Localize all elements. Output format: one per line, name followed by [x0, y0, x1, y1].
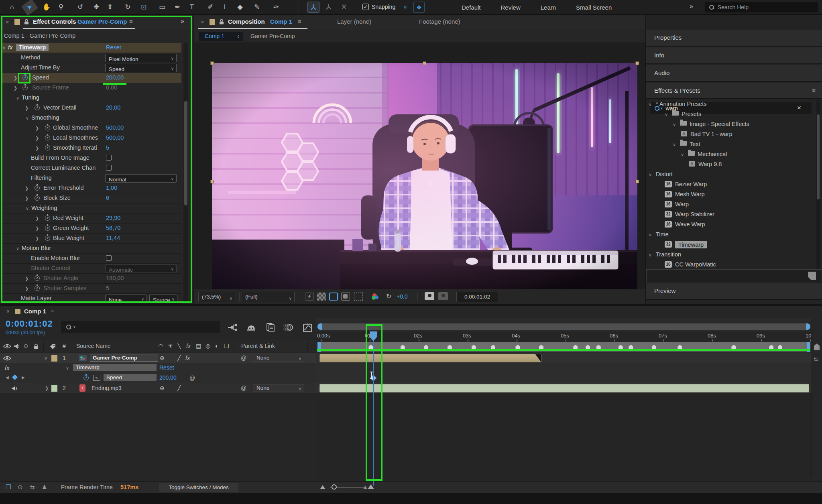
collapse-transformations-icon[interactable]: ⊕ — [160, 355, 165, 361]
circle-dot-icon[interactable]: ⊙ — [18, 484, 23, 491]
effect-property-row[interactable]: ❯Shutter Samples5 — [1, 284, 181, 294]
twirl-arrow-icon[interactable]: ❯ — [14, 85, 17, 91]
twirl-arrow-icon[interactable]: ❯ — [35, 126, 39, 131]
workspace-tab-default[interactable]: Default — [462, 4, 481, 11]
effect-row-timewarp[interactable]: fx ∨ Timewarp Reset — [0, 363, 316, 373]
stopwatch-icon[interactable] — [45, 125, 50, 130]
channel-icon[interactable] — [371, 293, 380, 301]
composition-mini-flowchart-icon[interactable] — [227, 323, 238, 331]
keyframe-summary-marker[interactable] — [731, 345, 736, 350]
rotation-tool-icon[interactable]: ↻ — [121, 2, 134, 13]
region-of-interest-icon[interactable] — [329, 293, 338, 301]
motion-blur-icon[interactable] — [283, 323, 294, 331]
parent-link-column-header[interactable]: Parent & Link — [241, 343, 275, 349]
preset-tree-item[interactable]: 16Bezier Warp — [646, 180, 822, 190]
breadcrumb-back-icon[interactable]: ‹ — [237, 33, 239, 39]
property-value[interactable]: 6 — [106, 195, 109, 201]
property-value[interactable]: 29,90 — [106, 215, 120, 221]
keyframe-summary-marker[interactable] — [448, 345, 452, 350]
collapse-arrow-icon[interactable]: ∨ — [44, 356, 47, 361]
keyframe-summary-marker[interactable] — [573, 345, 578, 350]
property-value[interactable]: 20,00 — [106, 104, 120, 111]
timeline-tab[interactable]: × Comp 1 ≡ — [0, 306, 316, 318]
switch-3d-icon[interactable]: ❑ — [224, 343, 229, 349]
hand-tool-icon[interactable]: ✋ — [40, 2, 53, 13]
preset-tree-item[interactable]: 16CC WarpoMatic — [646, 260, 822, 270]
mask-visibility-icon[interactable] — [341, 293, 350, 301]
switch-frame-blend-icon[interactable]: ▤ — [196, 343, 201, 349]
property-dropdown[interactable]: Pixel Motion∨ — [105, 54, 177, 62]
twirl-arrow-icon[interactable]: ❯ — [25, 196, 28, 201]
parent-pick-whip-icon[interactable]: @ — [241, 385, 246, 391]
stopwatch-icon[interactable] — [45, 135, 50, 140]
effect-property-row[interactable]: Build From One Image — [1, 153, 181, 163]
effect-property-row[interactable]: ❯Green Weight58,70 — [1, 224, 181, 234]
effect-property-row[interactable]: ❯Smoothing Iterati5 — [1, 143, 181, 153]
keyframe-summary-marker[interactable] — [678, 345, 682, 350]
stopwatch-icon[interactable] — [45, 145, 50, 150]
effect-property-row[interactable]: Correct Luminance Chan — [1, 163, 181, 173]
effect-property-row[interactable]: ❯Blue Weight11,44 — [1, 234, 181, 244]
panel-preview[interactable]: Preview — [646, 283, 822, 300]
layer-handle[interactable] — [635, 61, 639, 65]
effect-property-row[interactable]: ∨Motion Blur — [1, 244, 181, 254]
timeline-search-field[interactable]: ▾ — [61, 321, 220, 333]
keyframe-summary-marker[interactable] — [424, 345, 428, 350]
effect-property-row[interactable]: ∨Smoothing — [1, 113, 181, 123]
keyframe-summary-marker[interactable] — [619, 345, 623, 350]
effect-property-row[interactable]: ❯Source Frame0,00 — [1, 83, 181, 93]
video-column-eye-icon[interactable] — [3, 344, 11, 349]
twirl-arrow-icon[interactable]: ❯ — [14, 75, 17, 81]
quality-icon[interactable]: ╱ — [177, 385, 181, 391]
quality-icon[interactable]: ╱ — [177, 355, 181, 361]
lock-icon[interactable] — [219, 19, 224, 25]
keyframe-indicator-icon[interactable] — [12, 374, 18, 380]
effect-property-row[interactable]: ∨fxTimewarpReset — [1, 43, 181, 53]
snapshot-camera-icon[interactable] — [425, 292, 434, 300]
roto-brush-tool-icon[interactable]: ✎ — [250, 2, 263, 13]
twirl-arrow-icon[interactable]: ❯ — [25, 186, 28, 191]
twirl-arrow-icon[interactable]: ∨ — [16, 246, 19, 251]
close-icon[interactable]: × — [6, 308, 10, 315]
preset-tree-item[interactable]: ∨Time — [646, 230, 822, 240]
twirl-arrow-icon[interactable]: ❯ — [35, 216, 39, 221]
parent-pick-whip-icon[interactable]: @ — [241, 355, 246, 361]
graph-editor-icon[interactable] — [303, 323, 312, 332]
stopwatch-icon[interactable] — [45, 236, 50, 241]
expand-arrow-icon[interactable]: ❯ — [45, 386, 49, 391]
label-column-tag-icon[interactable] — [50, 343, 56, 350]
exposure-reset-icon[interactable]: ↻ — [386, 293, 391, 300]
property-checkbox[interactable] — [106, 165, 112, 171]
preset-tree-item[interactable]: ∨Distort — [646, 170, 822, 180]
stopwatch-icon[interactable] — [22, 75, 28, 80]
eraser-tool-icon[interactable]: ◆ — [234, 2, 246, 13]
stacked-frames-icon[interactable]: ❐ — [6, 484, 11, 491]
snap-bounds-icon[interactable]: ❖ — [413, 2, 425, 13]
property-value[interactable]: 500,00 — [106, 134, 124, 141]
frame-blending-icon[interactable] — [266, 323, 275, 332]
keyframe-summary-marker[interactable] — [515, 345, 520, 350]
timeline-graph-area[interactable]: 0:00s01s02s03s04s05s06s07s08s09s10s — [316, 318, 812, 478]
twirl-arrow-icon[interactable]: ❯ — [25, 286, 28, 291]
effect-property-row[interactable]: ❯Vector Detail20,00 — [1, 103, 181, 113]
property-dropdown[interactable]: Automatic∨ — [105, 264, 177, 273]
effect-property-row[interactable]: Adjust Time BySpeed∨ — [1, 63, 181, 73]
layer-bar-ending-mp3[interactable] — [319, 384, 809, 392]
keyframe-summary-marker[interactable] — [778, 345, 782, 350]
twirl-arrow-icon[interactable]: ❯ — [35, 136, 39, 141]
preset-tree-item[interactable]: ∨* Animation Presets — [646, 100, 822, 110]
selection-tool-icon[interactable]: ➤ — [21, 0, 38, 16]
stopwatch-icon[interactable] — [35, 276, 40, 281]
twirl-arrow-icon[interactable]: ❯ — [35, 236, 39, 241]
zoom-out-mountain-icon[interactable] — [320, 485, 325, 489]
twirl-arrow-icon[interactable]: ❯ — [25, 106, 28, 111]
clone-stamp-tool-icon[interactable]: ⊥ — [218, 2, 231, 13]
panel-title[interactable]: Composition — [228, 18, 265, 25]
close-icon[interactable]: × — [201, 18, 204, 25]
keyframe-summary-marker[interactable] — [539, 345, 543, 350]
fast-previews-icon[interactable]: ⚡ — [305, 293, 314, 301]
viewer-timecode[interactable]: 0:00:01:02 — [456, 292, 498, 302]
comp-button-icon[interactable]: ◱ — [814, 356, 818, 361]
pan-camera-tool-icon[interactable]: ✥ — [90, 2, 103, 13]
local-axis-icon[interactable] — [307, 2, 319, 13]
